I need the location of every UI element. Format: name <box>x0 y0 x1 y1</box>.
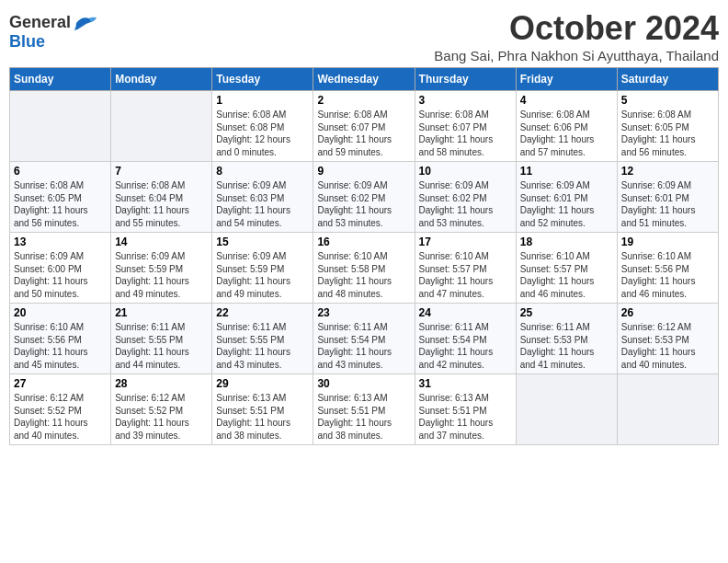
day-number: 20 <box>14 306 107 319</box>
day-detail: Sunrise: 6:08 AM Sunset: 6:06 PM Dayligh… <box>520 109 613 158</box>
calendar-week-row: 20Sunrise: 6:10 AM Sunset: 5:56 PM Dayli… <box>10 304 719 374</box>
day-number: 26 <box>621 306 714 319</box>
calendar-cell: 9Sunrise: 6:09 AM Sunset: 6:02 PM Daylig… <box>313 162 415 233</box>
calendar-cell: 23Sunrise: 6:11 AM Sunset: 5:54 PM Dayli… <box>313 304 415 374</box>
calendar-cell: 11Sunrise: 6:09 AM Sunset: 6:01 PM Dayli… <box>516 162 617 233</box>
day-detail: Sunrise: 6:08 AM Sunset: 6:05 PM Dayligh… <box>14 179 107 229</box>
weekday-header-wednesday: Wednesday <box>313 68 415 91</box>
calendar-cell <box>516 374 617 445</box>
day-detail: Sunrise: 6:09 AM Sunset: 6:02 PM Dayligh… <box>317 179 410 229</box>
calendar-cell: 29Sunrise: 6:13 AM Sunset: 5:51 PM Dayli… <box>212 374 313 445</box>
weekday-header-tuesday: Tuesday <box>212 68 313 91</box>
day-number: 19 <box>621 236 714 248</box>
day-detail: Sunrise: 6:11 AM Sunset: 5:54 PM Dayligh… <box>317 321 410 371</box>
calendar-cell: 14Sunrise: 6:09 AM Sunset: 5:59 PM Dayli… <box>111 233 212 304</box>
weekday-header-saturday: Saturday <box>617 68 718 91</box>
day-detail: Sunrise: 6:11 AM Sunset: 5:55 PM Dayligh… <box>216 321 309 371</box>
day-detail: Sunrise: 6:08 AM Sunset: 6:08 PM Dayligh… <box>216 109 309 158</box>
day-detail: Sunrise: 6:12 AM Sunset: 5:52 PM Dayligh… <box>14 392 107 442</box>
calendar-cell: 20Sunrise: 6:10 AM Sunset: 5:56 PM Dayli… <box>10 304 111 374</box>
calendar-cell <box>617 374 718 445</box>
day-number: 4 <box>520 94 613 107</box>
calendar-cell: 27Sunrise: 6:12 AM Sunset: 5:52 PM Dayli… <box>10 374 111 445</box>
calendar-cell: 31Sunrise: 6:13 AM Sunset: 5:51 PM Dayli… <box>415 374 516 445</box>
day-detail: Sunrise: 6:08 AM Sunset: 6:04 PM Dayligh… <box>115 179 208 229</box>
day-detail: Sunrise: 6:09 AM Sunset: 6:02 PM Dayligh… <box>419 179 512 229</box>
day-number: 11 <box>520 165 613 178</box>
day-number: 25 <box>520 306 613 319</box>
logo-blue-text: Blue <box>9 32 45 52</box>
calendar-cell: 18Sunrise: 6:10 AM Sunset: 5:57 PM Dayli… <box>516 233 617 304</box>
day-detail: Sunrise: 6:09 AM Sunset: 5:59 PM Dayligh… <box>115 250 208 300</box>
day-detail: Sunrise: 6:11 AM Sunset: 5:55 PM Dayligh… <box>115 321 208 371</box>
day-number: 18 <box>520 236 613 248</box>
weekday-header-thursday: Thursday <box>415 68 516 91</box>
calendar-cell: 25Sunrise: 6:11 AM Sunset: 5:53 PM Dayli… <box>516 304 617 374</box>
day-number: 9 <box>317 165 410 178</box>
day-number: 24 <box>419 306 512 319</box>
calendar-cell: 28Sunrise: 6:12 AM Sunset: 5:52 PM Dayli… <box>111 374 212 445</box>
calendar-cell: 4Sunrise: 6:08 AM Sunset: 6:06 PM Daylig… <box>516 91 617 162</box>
day-number: 3 <box>419 94 512 107</box>
day-number: 31 <box>419 377 512 390</box>
day-detail: Sunrise: 6:12 AM Sunset: 5:53 PM Dayligh… <box>621 321 714 371</box>
day-number: 12 <box>621 165 714 178</box>
day-number: 28 <box>115 377 208 390</box>
day-detail: Sunrise: 6:10 AM Sunset: 5:58 PM Dayligh… <box>317 250 410 300</box>
day-number: 17 <box>419 236 512 248</box>
day-number: 14 <box>115 236 208 248</box>
calendar-cell: 15Sunrise: 6:09 AM Sunset: 5:59 PM Dayli… <box>212 233 313 304</box>
day-detail: Sunrise: 6:10 AM Sunset: 5:57 PM Dayligh… <box>520 250 613 300</box>
day-number: 7 <box>115 165 208 178</box>
day-number: 22 <box>216 306 309 319</box>
calendar-cell: 2Sunrise: 6:08 AM Sunset: 6:07 PM Daylig… <box>313 91 415 162</box>
day-detail: Sunrise: 6:09 AM Sunset: 6:03 PM Dayligh… <box>216 179 309 229</box>
calendar-cell: 8Sunrise: 6:09 AM Sunset: 6:03 PM Daylig… <box>212 162 313 233</box>
day-detail: Sunrise: 6:08 AM Sunset: 6:05 PM Dayligh… <box>621 109 714 158</box>
calendar-cell: 10Sunrise: 6:09 AM Sunset: 6:02 PM Dayli… <box>415 162 516 233</box>
day-number: 6 <box>14 165 107 178</box>
day-number: 27 <box>14 377 107 390</box>
calendar-cell: 1Sunrise: 6:08 AM Sunset: 6:08 PM Daylig… <box>212 91 313 162</box>
day-detail: Sunrise: 6:13 AM Sunset: 5:51 PM Dayligh… <box>216 392 309 442</box>
weekday-header-friday: Friday <box>516 68 617 91</box>
day-number: 30 <box>317 377 410 390</box>
calendar-week-row: 13Sunrise: 6:09 AM Sunset: 6:00 PM Dayli… <box>10 233 719 304</box>
calendar-cell: 13Sunrise: 6:09 AM Sunset: 6:00 PM Dayli… <box>10 233 111 304</box>
calendar-week-row: 1Sunrise: 6:08 AM Sunset: 6:08 PM Daylig… <box>10 91 719 162</box>
day-detail: Sunrise: 6:11 AM Sunset: 5:53 PM Dayligh… <box>520 321 613 371</box>
calendar-week-row: 6Sunrise: 6:08 AM Sunset: 6:05 PM Daylig… <box>10 162 719 233</box>
calendar-cell: 21Sunrise: 6:11 AM Sunset: 5:55 PM Dayli… <box>111 304 212 374</box>
day-detail: Sunrise: 6:08 AM Sunset: 6:07 PM Dayligh… <box>317 109 410 158</box>
calendar-cell: 12Sunrise: 6:09 AM Sunset: 6:01 PM Dayli… <box>617 162 718 233</box>
weekday-header-sunday: Sunday <box>10 68 111 91</box>
day-number: 10 <box>419 165 512 178</box>
calendar-cell <box>10 91 111 162</box>
day-number: 8 <box>216 165 309 178</box>
day-detail: Sunrise: 6:11 AM Sunset: 5:54 PM Dayligh… <box>419 321 512 371</box>
weekday-header-row: SundayMondayTuesdayWednesdayThursdayFrid… <box>10 68 719 91</box>
calendar-cell: 22Sunrise: 6:11 AM Sunset: 5:55 PM Dayli… <box>212 304 313 374</box>
calendar-cell: 26Sunrise: 6:12 AM Sunset: 5:53 PM Dayli… <box>617 304 718 374</box>
calendar-cell: 19Sunrise: 6:10 AM Sunset: 5:56 PM Dayli… <box>617 233 718 304</box>
day-number: 15 <box>216 236 309 248</box>
logo-general-text: General <box>9 13 71 32</box>
day-detail: Sunrise: 6:10 AM Sunset: 5:57 PM Dayligh… <box>419 250 512 300</box>
calendar-cell: 30Sunrise: 6:13 AM Sunset: 5:51 PM Dayli… <box>313 374 415 445</box>
day-number: 1 <box>216 94 309 107</box>
calendar-cell: 6Sunrise: 6:08 AM Sunset: 6:05 PM Daylig… <box>10 162 111 233</box>
month-title: October 2024 <box>434 9 719 48</box>
calendar-cell: 5Sunrise: 6:08 AM Sunset: 6:05 PM Daylig… <box>617 91 718 162</box>
day-number: 2 <box>317 94 410 107</box>
day-detail: Sunrise: 6:08 AM Sunset: 6:07 PM Dayligh… <box>419 109 512 158</box>
day-detail: Sunrise: 6:10 AM Sunset: 5:56 PM Dayligh… <box>14 321 107 371</box>
calendar-table: SundayMondayTuesdayWednesdayThursdayFrid… <box>9 67 719 445</box>
title-section: October 2024 Bang Sai, Phra Nakhon Si Ay… <box>434 9 719 63</box>
calendar-cell: 17Sunrise: 6:10 AM Sunset: 5:57 PM Dayli… <box>415 233 516 304</box>
calendar-cell: 3Sunrise: 6:08 AM Sunset: 6:07 PM Daylig… <box>415 91 516 162</box>
day-number: 29 <box>216 377 309 390</box>
location-title: Bang Sai, Phra Nakhon Si Ayutthaya, Thai… <box>434 48 719 63</box>
day-number: 16 <box>317 236 410 248</box>
logo-bird-icon <box>73 14 98 32</box>
calendar-cell: 16Sunrise: 6:10 AM Sunset: 5:58 PM Dayli… <box>313 233 415 304</box>
